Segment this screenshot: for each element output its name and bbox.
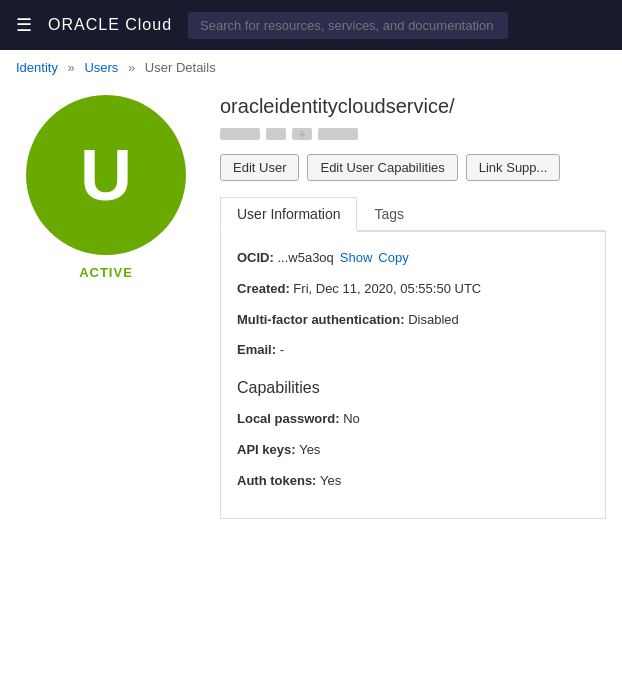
created-row: Created: Fri, Dec 11, 2020, 05:55:50 UTC (237, 279, 589, 300)
local-password-label: Local password: (237, 411, 343, 426)
edit-user-button[interactable]: Edit User (220, 154, 299, 181)
auth-tokens-value: Yes (320, 473, 341, 488)
email-label: Email: (237, 342, 280, 357)
created-value: Fri, Dec 11, 2020, 05:55:50 UTC (293, 281, 481, 296)
cloud-text: Cloud (120, 16, 172, 33)
mfa-label: Multi-factor authentication: (237, 312, 408, 327)
avatar-letter: U (80, 134, 132, 216)
oracle-logo: ORACLE Cloud (48, 16, 172, 34)
auth-tokens-label: Auth tokens: (237, 473, 320, 488)
id-block-3 (318, 128, 358, 140)
ocid-label: OCID: (237, 250, 277, 265)
action-buttons: Edit User Edit User Capabilities Link Su… (220, 154, 606, 181)
hamburger-icon[interactable]: ☰ (16, 14, 32, 36)
left-panel: U ACTIVE (16, 95, 196, 519)
right-panel: oracleidentitycloudservice/ + Edit User … (220, 95, 606, 519)
tab-user-information[interactable]: User Information (220, 197, 357, 232)
oracle-text: ORACLE (48, 16, 120, 33)
mfa-value: Disabled (408, 312, 459, 327)
breadcrumb-identity-link[interactable]: Identity (16, 60, 58, 75)
ocid-value: ...w5a3oq (277, 250, 333, 265)
breadcrumb-users-link[interactable]: Users (84, 60, 118, 75)
api-keys-row: API keys: Yes (237, 440, 589, 461)
ocid-copy-link[interactable]: Copy (378, 250, 408, 265)
tab-content-user-information: OCID: ...w5a3oqShowCopy Created: Fri, De… (220, 232, 606, 519)
capabilities-title: Capabilities (237, 379, 589, 397)
tab-tags[interactable]: Tags (357, 197, 421, 232)
mfa-row: Multi-factor authentication: Disabled (237, 310, 589, 331)
email-value: - (280, 342, 284, 357)
edit-capabilities-button[interactable]: Edit User Capabilities (307, 154, 457, 181)
resource-id-bar: + (220, 128, 606, 140)
breadcrumb-separator-1: » (68, 60, 75, 75)
avatar: U (26, 95, 186, 255)
api-keys-value: Yes (299, 442, 320, 457)
ocid-row: OCID: ...w5a3oqShowCopy (237, 248, 589, 269)
breadcrumb: Identity » Users » User Details (0, 50, 622, 85)
email-row: Email: - (237, 340, 589, 361)
header: ☰ ORACLE Cloud (0, 0, 622, 50)
main-content: U ACTIVE oracleidentitycloudservice/ + E… (0, 85, 622, 529)
id-block-plus: + (292, 128, 312, 140)
link-support-button[interactable]: Link Supp... (466, 154, 561, 181)
tabs: User Information Tags (220, 197, 606, 232)
id-block-1 (220, 128, 260, 140)
search-input[interactable] (188, 12, 508, 39)
local-password-row: Local password: No (237, 409, 589, 430)
breadcrumb-current: User Details (145, 60, 216, 75)
ocid-show-link[interactable]: Show (340, 250, 373, 265)
created-label: Created: (237, 281, 293, 296)
breadcrumb-separator-2: » (128, 60, 135, 75)
id-block-2 (266, 128, 286, 140)
status-badge: ACTIVE (79, 265, 133, 280)
resource-name: oracleidentitycloudservice/ (220, 95, 606, 118)
local-password-value: No (343, 411, 360, 426)
api-keys-label: API keys: (237, 442, 299, 457)
auth-tokens-row: Auth tokens: Yes (237, 471, 589, 492)
